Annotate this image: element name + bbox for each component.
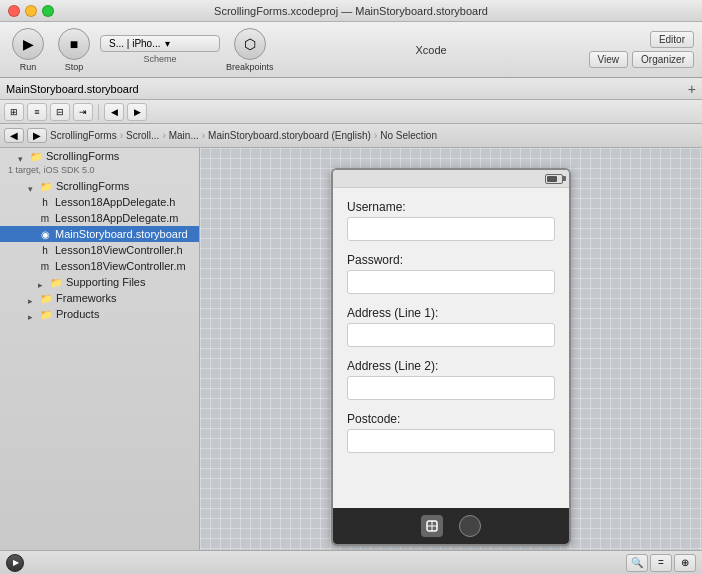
address2-input[interactable] xyxy=(347,376,555,400)
scheme-label: Scheme xyxy=(143,54,176,64)
nav-forward-btn[interactable]: ▶ xyxy=(27,128,47,143)
play-icon: ▶ xyxy=(13,558,19,567)
address1-label: Address (Line 1): xyxy=(347,306,555,320)
editor-toolbar: ⊞ ≡ ⊟ ⇥ ◀ ▶ xyxy=(0,100,702,124)
storyboard-canvas[interactable]: Username: Password: Address (Line 1): Ad… xyxy=(200,148,702,574)
breadcrumb-scroll[interactable]: Scroll... xyxy=(126,130,159,141)
sidebar-item-supporting[interactable]: 📁 Supporting Files xyxy=(0,274,199,290)
ios-bottom-bar xyxy=(333,508,569,544)
sidebar-label-storyboard: MainStoryboard.storyboard xyxy=(55,228,188,240)
zoom-search-icon-btn[interactable]: 🔍 xyxy=(626,554,648,572)
scheme-box[interactable]: S... | iPho... ▾ xyxy=(100,35,220,52)
username-group: Username: xyxy=(347,200,555,241)
ios-form-content: Username: Password: Address (Line 1): Ad… xyxy=(333,188,569,508)
ios-status-bar xyxy=(333,170,569,188)
frameworks-expand-icon xyxy=(28,294,36,302)
scheme-selector[interactable]: S... | iPho... ▾ Scheme xyxy=(100,35,220,64)
toolbar-separator-1 xyxy=(98,104,99,120)
ios-circle-icon xyxy=(459,515,481,537)
breadcrumb-main[interactable]: Main... xyxy=(169,130,199,141)
breadcrumb-bar: ◀ ▶ ScrollingForms › Scroll... › Main...… xyxy=(0,124,702,148)
breadcrumb-scrollingforms[interactable]: ScrollingForms xyxy=(50,130,117,141)
main-toolbar: ▶ Run ■ Stop S... | iPho... ▾ Scheme ⬡ B… xyxy=(0,22,702,78)
storyboard-file-icon: ◉ xyxy=(38,227,52,241)
window-title: ScrollingForms.xcodeproj — MainStoryboar… xyxy=(214,5,488,17)
battery-fill xyxy=(547,176,557,182)
battery-icon xyxy=(545,174,563,184)
group-folder-icon: 📁 xyxy=(39,179,53,193)
toolbar-center: Xcode xyxy=(280,44,583,56)
scheme-text: S... | iPho... xyxy=(109,38,161,49)
indent-icon-btn[interactable]: ⇥ xyxy=(73,103,93,121)
grid-icon-btn[interactable]: ⊞ xyxy=(4,103,24,121)
sidebar-item-products[interactable]: 📁 Products xyxy=(0,306,199,322)
sidebar-label-vc-h: Lesson18ViewController.h xyxy=(55,244,183,256)
organizer-button[interactable]: Organizer xyxy=(632,51,694,68)
postcode-input[interactable] xyxy=(347,429,555,453)
hierarchy-icon-btn[interactable]: ⊟ xyxy=(50,103,70,121)
forward-icon-btn[interactable]: ▶ xyxy=(127,103,147,121)
traffic-lights xyxy=(8,5,54,17)
address2-label: Address (Line 2): xyxy=(347,359,555,373)
address1-group: Address (Line 1): xyxy=(347,306,555,347)
password-group: Password: xyxy=(347,253,555,294)
header-file-icon: h xyxy=(38,195,52,209)
view-button[interactable]: View xyxy=(589,51,629,68)
address2-group: Address (Line 2): xyxy=(347,359,555,400)
sidebar-item-appdel-m[interactable]: m Lesson18AppDelegate.m xyxy=(0,210,199,226)
search-icon-btn[interactable]: ⊕ xyxy=(674,554,696,572)
editor-button[interactable]: Editor xyxy=(650,31,694,48)
back-icon-btn[interactable]: ◀ xyxy=(104,103,124,121)
breadcrumb-storyboard[interactable]: MainStoryboard.storyboard (English) xyxy=(208,130,371,141)
list-icon-btn[interactable]: ≡ xyxy=(27,103,47,121)
password-input[interactable] xyxy=(347,270,555,294)
impl-file-icon-vc: m xyxy=(38,259,52,273)
breakpoints-icon: ⬡ xyxy=(234,28,266,60)
play-button[interactable]: ▶ xyxy=(6,554,24,572)
products-expand-icon xyxy=(28,310,36,318)
ios-cube-icon xyxy=(421,515,443,537)
sidebar-label-frameworks: Frameworks xyxy=(56,292,117,304)
breakpoints-button[interactable]: ⬡ Breakpoints xyxy=(226,28,274,72)
sidebar-root-group[interactable]: 📁 ScrollingForms xyxy=(0,148,199,164)
supporting-expand-icon xyxy=(38,278,46,286)
password-label: Password: xyxy=(347,253,555,267)
breadcrumb-no-selection: No Selection xyxy=(380,130,437,141)
toolbar-right: Editor View Organizer xyxy=(589,31,694,68)
products-folder-icon: 📁 xyxy=(39,307,53,321)
breadcrumb-sep-3: › xyxy=(202,130,205,141)
nav-back-btn[interactable]: ◀ xyxy=(4,128,24,143)
impl-file-icon: m xyxy=(38,211,52,225)
chevron-down-icon: ▾ xyxy=(165,38,170,49)
sidebar-item-frameworks[interactable]: 📁 Frameworks xyxy=(0,290,199,306)
toolbar-title: Xcode xyxy=(415,44,446,56)
sidebar-item-storyboard[interactable]: ◉ MainStoryboard.storyboard xyxy=(0,226,199,242)
breadcrumb-sep-2: › xyxy=(162,130,165,141)
sidebar-item-appdel-h[interactable]: h Lesson18AppDelegate.h xyxy=(0,194,199,210)
stop-button[interactable]: ■ Stop xyxy=(54,28,94,72)
close-button[interactable] xyxy=(8,5,20,17)
add-file-button[interactable]: + xyxy=(688,82,696,96)
stop-icon: ■ xyxy=(58,28,90,60)
sidebar-label-appdel-h: Lesson18AppDelegate.h xyxy=(55,196,175,208)
sidebar-group-scrollingforms[interactable]: 📁 ScrollingForms xyxy=(0,178,199,194)
sidebar-label-products: Products xyxy=(56,308,99,320)
expand-icon-sf xyxy=(28,182,36,190)
sidebar-item-vc-h[interactable]: h Lesson18ViewController.h xyxy=(0,242,199,258)
username-input[interactable] xyxy=(347,217,555,241)
view-buttons: View Organizer xyxy=(589,51,694,68)
sidebar-root-label: ScrollingForms xyxy=(46,150,119,162)
postcode-group: Postcode: xyxy=(347,412,555,453)
run-button[interactable]: ▶ Run xyxy=(8,28,48,72)
lines-icon-btn[interactable]: = xyxy=(650,554,672,572)
sidebar-item-vc-m[interactable]: m Lesson18ViewController.m xyxy=(0,258,199,274)
run-label: Run xyxy=(20,62,37,72)
address1-input[interactable] xyxy=(347,323,555,347)
frameworks-folder-icon: 📁 xyxy=(39,291,53,305)
maximize-button[interactable] xyxy=(42,5,54,17)
postcode-label: Postcode: xyxy=(347,412,555,426)
sidebar-label-supporting: Supporting Files xyxy=(66,276,146,288)
minimize-button[interactable] xyxy=(25,5,37,17)
sidebar-group-label: ScrollingForms xyxy=(56,180,129,192)
sidebar-root-info: 1 target, iOS SDK 5.0 xyxy=(0,164,199,178)
